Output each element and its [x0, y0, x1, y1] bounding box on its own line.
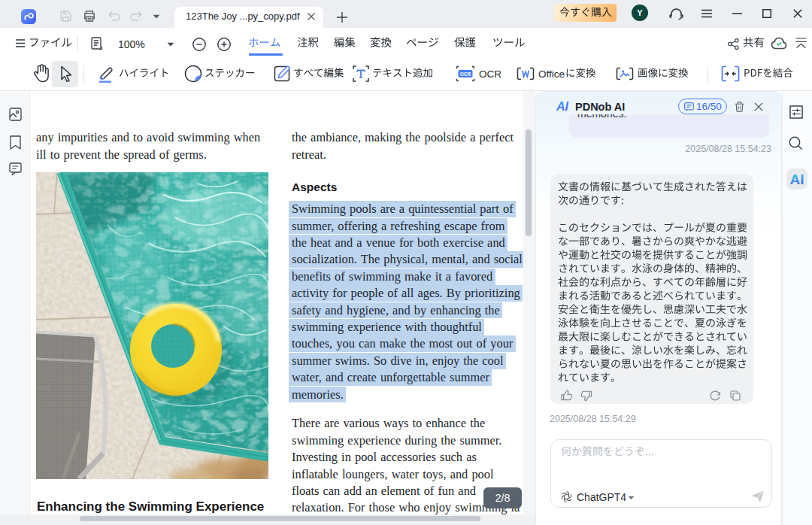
svg-text:OCR: OCR	[460, 71, 471, 77]
svg-text:AI: AI	[556, 100, 569, 113]
svg-text:AI: AI	[790, 171, 804, 187]
